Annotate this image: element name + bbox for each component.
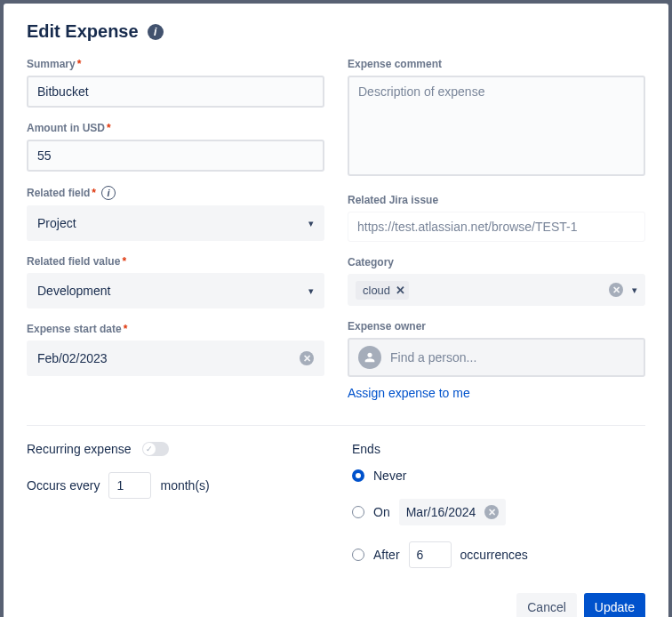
ends-on-row[interactable]: On Mar/16/2024 ✕ [352, 499, 645, 525]
left-column: Summary* Amount in USD* Related field* i… [27, 58, 324, 414]
update-button[interactable]: Update [584, 593, 645, 617]
cancel-button[interactable]: Cancel [516, 593, 577, 617]
related-field-label: Related field* i [27, 186, 324, 200]
modal-header: Edit Expense i [27, 21, 645, 42]
amount-input[interactable] [27, 140, 324, 172]
category-label: Category [348, 256, 645, 268]
start-date-input[interactable]: Feb/02/2023 ✕ [27, 341, 324, 376]
summary-label: Summary* [27, 58, 324, 70]
right-column: Expense comment Related Jira issue Categ… [348, 58, 645, 414]
info-icon[interactable]: i [148, 24, 164, 40]
occurs-prefix: Occurs every [27, 478, 100, 493]
owner-label: Expense owner [348, 320, 645, 333]
jira-input[interactable] [348, 212, 645, 242]
person-icon [358, 346, 381, 369]
category-select[interactable]: cloud ✕ ✕ ▾ [348, 274, 645, 306]
related-field-value-label: Related field value* [27, 255, 324, 268]
chevron-down-icon: ▾ [632, 284, 637, 296]
clear-icon[interactable]: ✕ [609, 283, 623, 297]
chevron-down-icon: ▾ [308, 285, 314, 297]
related-field-value-select[interactable]: Development ▾ [27, 273, 324, 308]
modal-footer: Cancel Update [27, 593, 645, 617]
ends-on-date[interactable]: Mar/16/2024 ✕ [399, 499, 507, 525]
occurs-input[interactable] [108, 472, 151, 499]
related-field-select[interactable]: Project ▾ [27, 205, 324, 241]
category-tag: cloud ✕ [356, 281, 409, 300]
comment-label: Expense comment [348, 58, 645, 70]
ends-on-radio[interactable] [352, 506, 364, 518]
info-icon[interactable]: i [101, 186, 116, 200]
ends-after-radio[interactable] [352, 549, 364, 561]
tag-remove-icon[interactable]: ✕ [396, 284, 405, 297]
divider [27, 425, 645, 426]
owner-input[interactable]: Find a person... [348, 338, 645, 377]
recurring-toggle[interactable] [142, 442, 169, 456]
chevron-down-icon: ▾ [308, 218, 314, 229]
recurring-column: Recurring expense Occurs every month(s) [27, 442, 320, 568]
start-date-label: Expense start date* [27, 323, 324, 335]
recurring-label: Recurring expense [27, 442, 132, 456]
ends-after-input[interactable] [409, 541, 452, 568]
ends-never-radio[interactable] [352, 469, 364, 482]
comment-textarea[interactable] [348, 76, 645, 176]
ends-after-row[interactable]: After occurrences [352, 541, 645, 568]
ends-never-row[interactable]: Never [352, 469, 645, 483]
summary-input[interactable] [27, 76, 324, 108]
page-title: Edit Expense [27, 21, 139, 42]
amount-label: Amount in USD* [27, 122, 324, 134]
jira-label: Related Jira issue [348, 194, 645, 206]
ends-label: Ends [352, 442, 645, 456]
assign-to-me-link[interactable]: Assign expense to me [348, 386, 645, 400]
occurs-suffix: month(s) [160, 478, 209, 493]
clear-icon[interactable]: ✕ [300, 351, 314, 365]
ends-column: Ends Never On Mar/16/2024 ✕ After [343, 442, 645, 568]
clear-icon[interactable]: ✕ [484, 505, 499, 519]
edit-expense-modal: Edit Expense i Summary* Amount in USD* R… [4, 4, 668, 617]
